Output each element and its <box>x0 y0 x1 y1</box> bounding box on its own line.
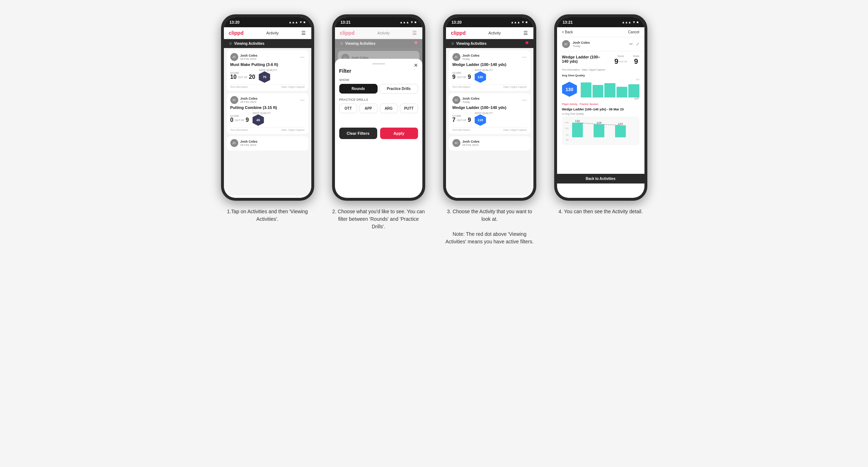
filter-show-label: Show <box>339 78 418 82</box>
sq-col-3-2: Shot Quality 118 <box>475 112 493 126</box>
back-button[interactable]: < Back <box>562 30 573 34</box>
cancel-button[interactable]: Cancel <box>628 30 639 34</box>
phone-1-notch <box>253 17 282 24</box>
rounds-toggle[interactable]: Rounds <box>339 84 378 94</box>
session-label: Player Activity · Practice Session <box>562 103 639 105</box>
apply-button[interactable]: Apply <box>380 128 418 139</box>
logo-1: clippd <box>229 30 244 36</box>
expand-icon[interactable]: ⤢ <box>636 42 639 47</box>
caption-4: 4. You can then see the Activity detail. <box>558 208 643 215</box>
viewing-activities-bar-3[interactable]: ⚙ Viewing Activities <box>446 39 533 48</box>
sq-col-3-1: Shot Quality 130 <box>475 69 493 83</box>
signal-icon-3: ▲▲▲ <box>510 20 520 24</box>
capture-icon-1: ⊕ <box>294 197 299 198</box>
nav-capture-3[interactable]: ⊕ Capture <box>504 197 533 198</box>
svg-rect-2 <box>615 125 626 137</box>
caption-2: 2. Choose what you'd like to see. You ca… <box>332 208 425 230</box>
viewing-activities-bar-1[interactable]: ⚙ Viewing Activities <box>224 39 311 48</box>
status-icons-3: ▲▲▲ ▼ ■ <box>510 20 527 24</box>
session-type-value: Practice Session <box>580 103 598 105</box>
svg-text:80: 80 <box>566 134 569 136</box>
shots-val-1-1: 20 <box>249 74 255 80</box>
drill-putt[interactable]: PUTT <box>400 104 418 113</box>
sq-label-1-1: Shot Quality <box>259 69 277 71</box>
detail-header-4: < Back Cancel <box>557 27 644 37</box>
activity-item-1-1[interactable]: JC Josh Coles 28 Feb 2023 ··· Must Make … <box>227 50 308 91</box>
menu-icon-1[interactable]: ☰ <box>301 30 306 36</box>
drill-app[interactable]: APP <box>359 104 378 113</box>
nav-capture-1[interactable]: ⊕ Capture <box>282 197 311 198</box>
avatar-1-3: JC <box>230 139 238 147</box>
activities-icon-3: ♟ <box>487 197 492 198</box>
nav-home-1[interactable]: ⌂ Home <box>224 197 253 198</box>
out-of-3-1: OUT OF <box>457 76 466 78</box>
svg-text:132: 132 <box>575 120 580 123</box>
activities-icon-1: ♟ <box>265 197 270 198</box>
nav-activities-1[interactable]: ♟ Activities <box>253 197 282 198</box>
chart-x-label: APP <box>581 97 639 100</box>
edit-icon[interactable]: ✏ <box>629 42 633 47</box>
svg-text:60: 60 <box>566 139 569 141</box>
filter-close-button[interactable]: ✕ <box>414 62 418 68</box>
avatar-1-2: JC <box>230 96 238 104</box>
activity-title-1-2: Putting Combine (3-15 ft) <box>230 105 305 110</box>
detail-out-of: OUT OF <box>619 61 627 63</box>
svg-rect-0 <box>572 123 583 137</box>
user-name-1-1: Josh Coles <box>240 54 258 57</box>
detail-score-label: Score <box>614 55 627 57</box>
filter-drills-label: Practice Drills <box>339 98 418 101</box>
phone-3: 13:20 ▲▲▲ ▼ ■ clippd Activity ☰ ⚙ <box>443 14 536 201</box>
battery-icon-3: ■ <box>526 20 527 24</box>
more-icon-3-1[interactable]: ··· <box>522 54 527 59</box>
wifi-icon-1: ▼ <box>299 20 302 24</box>
activity-item-1-2[interactable]: JC Josh Coles 28 Feb 2023 ··· Putting Co… <box>227 93 308 134</box>
user-name-3-1: Josh Coles <box>462 54 480 57</box>
filter-title: Filter <box>339 68 418 74</box>
logo-2: clippd <box>340 30 355 36</box>
red-dot-3 <box>526 41 528 44</box>
capture-icon-3: ⊕ <box>517 197 521 198</box>
practice-drills-toggle[interactable]: Practice Drills <box>380 84 418 94</box>
user-name-3-2: Josh Coles <box>462 97 480 100</box>
drill-arg[interactable]: ARG <box>380 104 398 113</box>
more-icon-1-1[interactable]: ··· <box>300 54 304 59</box>
user-name-4: Josh Coles <box>573 41 590 44</box>
clear-filters-button[interactable]: Clear Filters <box>339 128 377 139</box>
score-col-3-2: Score 7 OUT OF 9 <box>452 115 471 123</box>
red-dot-2 <box>414 41 417 44</box>
detail-test-info: Test Information <box>562 68 580 71</box>
bar-chart-container: 130 100 50 0 <box>581 78 639 100</box>
detail-shots-val: 9 <box>634 57 638 65</box>
activity-title-3-1: Wedge Ladder (100–140 yds) <box>452 62 527 67</box>
activity-item-3-2[interactable]: JC Josh Coles Today ··· Wedge Ladder (10… <box>449 93 531 134</box>
filter-icon-1: ⚙ <box>229 42 232 46</box>
viewing-activities-bar-2: ⚙ Viewing Activities <box>335 39 422 48</box>
bar-2 <box>593 85 603 97</box>
line-chart-container: 132 129 124 140 120 80 60 <box>562 116 639 145</box>
user-info-1-3: JC Josh Coles 28 Feb 2023 <box>230 139 258 147</box>
menu-icon-3[interactable]: ☰ <box>523 30 528 36</box>
activity-item-3-3[interactable]: JC Josh Coles 28 Feb 2023 <box>449 136 531 151</box>
sq-hex-3-1: 130 <box>475 71 486 83</box>
user-info-3-2: JC Josh Coles Today <box>452 96 480 104</box>
user-date-1-1: 28 Feb 2023 <box>240 57 258 61</box>
back-to-activities-button[interactable]: Back to Activities <box>557 174 644 184</box>
avatar-3-3: JC <box>452 139 460 147</box>
drill-ott[interactable]: OTT <box>339 104 358 113</box>
more-icon-3-2[interactable]: ··· <box>522 97 527 103</box>
screen-4-content: < Back Cancel JC Josh Coles Today <box>557 27 644 198</box>
bottom-nav-3: ⌂ Home ♟ Activities ⊕ Capture <box>446 195 533 198</box>
user-name-1-2: Josh Coles <box>240 97 258 100</box>
score-val-1-1: 10 <box>230 74 237 80</box>
caption-1: 1.Tap on Activities and then 'Viewing Ac… <box>221 208 314 223</box>
more-icon-1-2[interactable]: ··· <box>300 97 304 103</box>
test-info-1-1: Test Information <box>230 86 248 88</box>
nav-home-3[interactable]: ⌂ Home <box>446 197 475 198</box>
activity-item-3-1[interactable]: JC Josh Coles Today ··· Wedge Ladder (10… <box>449 50 531 91</box>
nav-activities-3[interactable]: ♟ Activities <box>475 197 504 198</box>
y-label-100: 100 <box>636 84 639 86</box>
detail-score-val: 9 <box>614 57 618 66</box>
activity-item-1-3[interactable]: JC Josh Coles 28 Feb 2023 <box>227 136 308 151</box>
caption-3: 3. Choose the Activity that you want to … <box>443 208 536 246</box>
sq-hex-3-2: 118 <box>475 114 486 126</box>
